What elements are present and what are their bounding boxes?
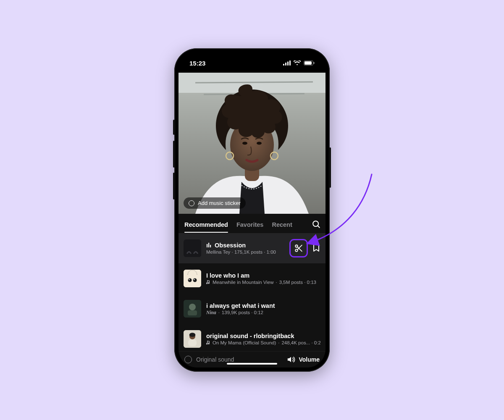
add-music-sticker-label: Add music sticker: [198, 200, 241, 206]
track-row[interactable]: I love who I am Meanwhile in Mountain Vi…: [178, 263, 326, 294]
phone-screen: 15:23: [178, 52, 326, 368]
music-note-icon: [206, 280, 210, 285]
track-thumbnail[interactable]: [184, 239, 201, 257]
status-indicators: [283, 60, 315, 66]
track-subtitle: Nina · 139,9K posts · 0:12: [206, 310, 320, 315]
svg-rect-3: [289, 60, 291, 66]
track-title: original sound - rlobringitback: [206, 333, 320, 339]
search-button[interactable]: [309, 217, 323, 233]
scissors-icon: [294, 244, 303, 253]
track-subtitle: Meanwhile in Mountain View · 3,5M posts …: [206, 280, 320, 285]
home-indicator[interactable]: [227, 363, 277, 365]
svg-point-13: [242, 142, 247, 145]
bookmark-button[interactable]: [312, 243, 320, 254]
radio-unchecked-icon: [189, 200, 194, 206]
svg-point-31: [194, 279, 194, 280]
tab-recent[interactable]: Recent: [272, 218, 292, 232]
track-row[interactable]: original sound - rlobringitback On My Ma…: [178, 324, 326, 351]
svg-point-28: [188, 278, 192, 282]
wifi-icon: [294, 60, 301, 66]
track-thumbnail[interactable]: [184, 270, 201, 287]
track-title: I love who I am: [206, 272, 320, 279]
original-sound-label: Original sound: [196, 356, 234, 363]
track-list[interactable]: Obsession Mellina Tey · 175,1K posts · 1…: [178, 233, 326, 351]
svg-rect-19: [184, 239, 201, 257]
music-tabs: Recommended Favorites Recent: [178, 214, 326, 233]
trim-audio-button[interactable]: [289, 239, 308, 257]
svg-rect-6: [314, 62, 315, 64]
svg-rect-34: [188, 310, 197, 315]
track-row[interactable]: Obsession Mellina Tey · 175,1K posts · 1…: [178, 233, 326, 263]
volume-label: Volume: [299, 356, 320, 363]
search-icon: [312, 220, 321, 229]
add-music-sticker-button[interactable]: Add music sticker: [184, 197, 246, 209]
volume-icon: [287, 356, 295, 363]
tab-favorites[interactable]: Favorites: [236, 218, 263, 232]
svg-point-33: [189, 304, 196, 310]
original-sound-toggle[interactable]: Original sound: [184, 356, 234, 363]
track-row[interactable]: i always get what i want Nina · 139,9K p…: [178, 294, 326, 324]
bottom-controls: Original sound Volume: [178, 351, 326, 368]
track-thumbnail[interactable]: [184, 300, 201, 318]
cellular-signal-icon: [283, 60, 291, 66]
tab-recommended[interactable]: Recommended: [184, 218, 228, 232]
svg-point-29: [193, 278, 197, 282]
now-playing-icon: [206, 242, 212, 248]
battery-icon: [304, 60, 315, 66]
track-thumbnail[interactable]: [184, 330, 201, 348]
track-subtitle: Mellina Tey · 175,1K posts · 1:00: [206, 249, 284, 255]
svg-line-18: [318, 226, 320, 228]
bookmark-icon: [312, 243, 320, 252]
svg-rect-20: [207, 244, 207, 247]
phone-side-button: [329, 147, 331, 188]
music-picker-panel: Recommended Favorites Recent: [178, 214, 326, 368]
music-note-icon: [206, 341, 210, 345]
track-title: Obsession: [206, 242, 284, 249]
dynamic-island: [230, 57, 274, 69]
video-preview[interactable]: Add music sticker: [178, 73, 326, 214]
svg-rect-22: [210, 245, 211, 247]
svg-point-14: [257, 142, 262, 145]
radio-unchecked-icon: [184, 356, 192, 363]
phone-side-button: [173, 173, 175, 200]
status-time: 15:23: [189, 60, 205, 67]
svg-rect-0: [283, 64, 284, 66]
track-title: i always get what i want: [206, 302, 320, 309]
phone-side-button: [173, 120, 175, 135]
svg-rect-37: [188, 339, 197, 346]
phone-side-button: [173, 141, 175, 168]
svg-rect-5: [304, 61, 312, 65]
svg-rect-1: [285, 63, 286, 66]
svg-rect-2: [287, 62, 289, 66]
svg-point-30: [189, 279, 189, 280]
volume-button[interactable]: Volume: [287, 356, 320, 363]
svg-rect-27: [184, 270, 201, 287]
phone-frame: 15:23: [174, 48, 330, 372]
svg-line-9: [195, 82, 313, 83]
svg-rect-21: [208, 243, 209, 247]
track-subtitle: On My Mama (Official Sound) · 248,4K pos…: [206, 340, 320, 345]
